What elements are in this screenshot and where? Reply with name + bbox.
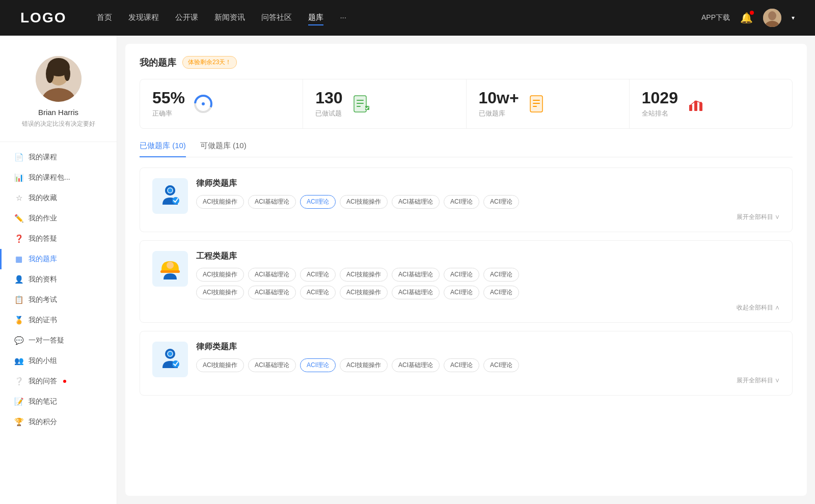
qbank-info-3: 律师类题库 ACI技能操作 ACI基础理论 ACI理论 ACI技能操作 ACI基… xyxy=(196,342,780,385)
tag[interactable]: ACI理论 xyxy=(483,358,519,372)
file-icon: 📄 xyxy=(14,153,23,162)
sidebar-divider-1 xyxy=(0,142,117,142)
tag[interactable]: ACI基础理论 xyxy=(248,286,296,299)
sidebar-item-notes[interactable]: 📝 我的笔记 xyxy=(0,391,117,412)
sidebar-item-label: 我的题库 xyxy=(29,255,57,264)
sidebar-item-points[interactable]: 🏆 我的积分 xyxy=(0,412,117,432)
tag[interactable]: ACI理论 xyxy=(444,268,479,282)
notification-icon[interactable]: 🔔 xyxy=(740,12,753,24)
svg-point-34 xyxy=(167,262,174,269)
tag[interactable]: ACI基础理论 xyxy=(248,195,296,209)
qmark-icon: ❔ xyxy=(14,377,23,386)
sidebar-item-label: 我的作业 xyxy=(29,214,57,223)
stat-done-questions-value: 130 xyxy=(315,90,342,106)
svg-point-8 xyxy=(64,67,70,81)
tag[interactable]: ACI技能操作 xyxy=(196,268,244,282)
sidebar-item-label: 我的课程 xyxy=(29,153,57,162)
tag[interactable]: ACI理论 xyxy=(300,268,336,282)
tag[interactable]: ACI基础理论 xyxy=(392,195,440,209)
tag[interactable]: ACI基础理论 xyxy=(248,268,296,282)
svg-point-12 xyxy=(202,102,205,105)
sidebar-item-qbank[interactable]: ▦ 我的题库 xyxy=(0,249,117,269)
main-layout: Brian Harris 错误的决定比没有决定要好 📄 我的课程 📊 我的课程包… xyxy=(0,36,815,504)
qbank-info-2: 工程类题库 ACI技能操作 ACI基础理论 ACI理论 ACI技能操作 ACI基… xyxy=(196,251,780,312)
tag[interactable]: ACI理论 xyxy=(300,286,336,299)
tags-row-2-r2: ACI技能操作 ACI基础理论 ACI理论 ACI技能操作 ACI基础理论 AC… xyxy=(196,286,780,299)
content-inner: 我的题库 体验剩余23天！ 55% 正确率 xyxy=(125,44,807,496)
sidebar-item-1on1[interactable]: 💬 一对一答疑 xyxy=(0,330,117,351)
sidebar-item-myqa[interactable]: ❔ 我的问答 xyxy=(0,371,117,391)
note-icon: 📝 xyxy=(14,397,23,406)
stat-done-qbank-text: 10w+ 已做题库 xyxy=(479,90,519,118)
tag[interactable]: ACI理论 xyxy=(444,286,479,299)
sidebar-item-course[interactable]: 📄 我的课程 xyxy=(0,147,117,167)
edit-icon: ✏️ xyxy=(14,214,23,223)
sidebar-item-profile[interactable]: 👤 我的资料 xyxy=(0,269,117,290)
tags-row-3: ACI技能操作 ACI基础理论 ACI理论 ACI技能操作 ACI基础理论 AC… xyxy=(196,358,780,372)
tab-done-qbank[interactable]: 已做题库 (10) xyxy=(140,141,186,157)
user-name: Brian Harris xyxy=(38,108,78,117)
tag[interactable]: ACI技能操作 xyxy=(340,358,388,372)
qbank-icon-lawyer-1 xyxy=(152,178,188,214)
tag[interactable]: ACI技能操作 xyxy=(340,286,388,299)
app-download-link[interactable]: APP下载 xyxy=(701,13,730,22)
tag[interactable]: ACI技能操作 xyxy=(340,195,388,209)
tag[interactable]: ACI技能操作 xyxy=(196,358,244,372)
tag-active[interactable]: ACI理论 xyxy=(300,195,336,209)
sidebar-item-exam[interactable]: 📋 我的考试 xyxy=(0,290,117,310)
user-avatar-nav[interactable] xyxy=(763,9,781,27)
nav-home[interactable]: 首页 xyxy=(97,11,112,25)
tag[interactable]: ACI技能操作 xyxy=(340,268,388,282)
nav-qa[interactable]: 问答社区 xyxy=(261,11,292,25)
collapse-link-2[interactable]: 收起全部科目 ∧ xyxy=(196,303,780,312)
tag[interactable]: ACI理论 xyxy=(483,268,519,282)
sidebar-item-label: 我的问答 xyxy=(29,377,57,386)
user-menu-chevron[interactable]: ▾ xyxy=(792,14,795,21)
nav-more[interactable]: ··· xyxy=(340,11,346,25)
tag[interactable]: ACI基础理论 xyxy=(392,358,440,372)
tag[interactable]: ACI理论 xyxy=(444,195,479,209)
tag[interactable]: ACI理论 xyxy=(483,286,519,299)
stat-ranking-label: 全站排名 xyxy=(642,109,678,118)
sidebar-item-favorites[interactable]: ☆ 我的收藏 xyxy=(0,188,117,208)
logo[interactable]: LOGO xyxy=(20,10,66,26)
sidebar-item-homework[interactable]: ✏️ 我的作业 xyxy=(0,208,117,229)
tag-active[interactable]: ACI理论 xyxy=(300,358,336,372)
nav-opencourse[interactable]: 公开课 xyxy=(175,11,198,25)
qbank-title-1: 律师类题库 xyxy=(196,178,780,189)
sidebar-item-qanda[interactable]: ❓ 我的答疑 xyxy=(0,229,117,249)
sidebar-item-course-package[interactable]: 📊 我的课程包... xyxy=(0,167,117,188)
qbank-header-1: 律师类题库 ACI技能操作 ACI基础理论 ACI理论 ACI技能操作 ACI基… xyxy=(152,178,780,221)
stat-accuracy-label: 正确率 xyxy=(152,109,185,118)
expand-link-1[interactable]: 展开全部科目 ∨ xyxy=(196,213,780,221)
user-motto: 错误的决定比没有决定要好 xyxy=(22,120,95,128)
notification-dot xyxy=(750,11,754,15)
tab-available-qbank[interactable]: 可做题库 (10) xyxy=(200,141,247,157)
sidebar: Brian Harris 错误的决定比没有决定要好 📄 我的课程 📊 我的课程包… xyxy=(0,36,117,504)
nav-links: 首页 发现课程 公开课 新闻资讯 问答社区 题库 ··· xyxy=(97,11,681,25)
sidebar-item-label: 我的课程包... xyxy=(29,173,70,182)
tag[interactable]: ACI技能操作 xyxy=(196,286,244,299)
tabs-row: 已做题库 (10) 可做题库 (10) xyxy=(140,141,793,157)
tag[interactable]: ACI技能操作 xyxy=(196,195,244,209)
tag[interactable]: ACI基础理论 xyxy=(392,286,440,299)
nav-qbank[interactable]: 题库 xyxy=(308,11,323,25)
tag[interactable]: ACI基础理论 xyxy=(248,358,296,372)
stat-done-questions-label: 已做试题 xyxy=(315,109,342,118)
nav-discover[interactable]: 发现课程 xyxy=(128,11,159,25)
svg-point-31 xyxy=(168,188,172,192)
tag[interactable]: ACI基础理论 xyxy=(392,268,440,282)
tag[interactable]: ACI理论 xyxy=(444,358,479,372)
sidebar-item-group[interactable]: 👥 我的小组 xyxy=(0,351,117,371)
stat-done-qbank-value: 10w+ xyxy=(479,90,519,106)
nav-news[interactable]: 新闻资讯 xyxy=(214,11,245,25)
trial-badge: 体验剩余23天！ xyxy=(182,56,237,69)
sidebar-item-certificate[interactable]: 🏅 我的证书 xyxy=(0,310,117,330)
tags-row-2-r1: ACI技能操作 ACI基础理论 ACI理论 ACI技能操作 ACI基础理论 AC… xyxy=(196,268,780,282)
qa-notification-dot xyxy=(63,380,66,383)
sidebar-item-label: 一对一答疑 xyxy=(29,336,64,345)
navbar-right: APP下载 🔔 ▾ xyxy=(701,9,795,27)
svg-point-1 xyxy=(768,11,776,20)
expand-link-3[interactable]: 展开全部科目 ∨ xyxy=(196,376,780,385)
tag[interactable]: ACI理论 xyxy=(483,195,519,209)
